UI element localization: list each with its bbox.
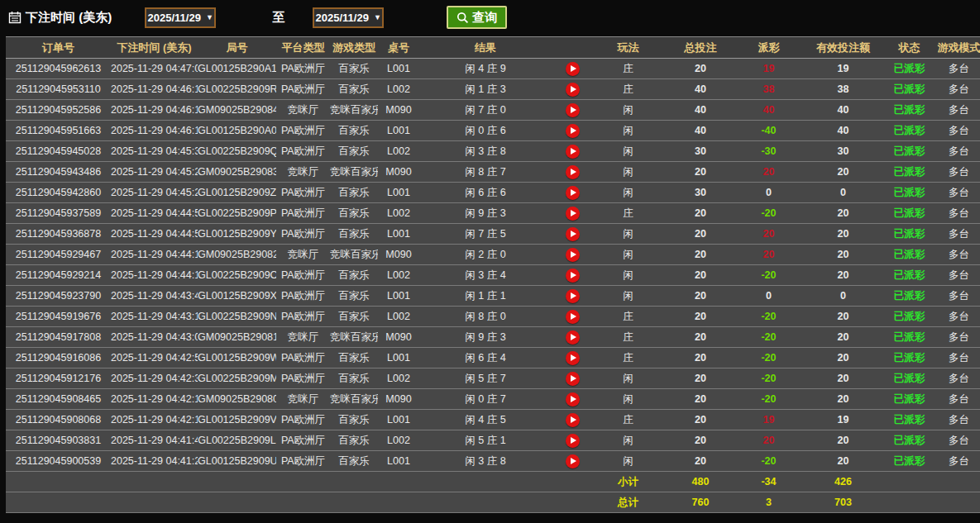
empty-cell (887, 472, 932, 492)
play-video-icon[interactable] (566, 454, 580, 468)
table-row: 2511290459084652025-11-29 04:42:12GM0902… (6, 389, 980, 410)
table-row: 2511290459428602025-11-29 04:45:22GL0012… (6, 183, 980, 203)
cell-valid: 20 (800, 162, 887, 183)
cell-order: 251129045912176 (6, 368, 111, 389)
column-header-0: 订单号 (6, 37, 111, 59)
cell-platform: PA欧洲厅 (276, 203, 330, 224)
play-video-icon[interactable] (566, 103, 580, 117)
bet-time-filter-label: 下注时间 (美东) (8, 10, 112, 26)
query-button[interactable]: 查询 (447, 6, 507, 29)
cell-round: GL00125B2909V (198, 410, 276, 430)
play-video-icon[interactable] (566, 434, 580, 448)
cell-payout: -20 (738, 348, 800, 368)
empty-cell (932, 492, 980, 513)
empty-cell (552, 472, 593, 492)
cell-result: 闲 1 庄 1 (419, 286, 552, 307)
cell-valid: 20 (800, 327, 887, 348)
cell-order: 251129045943486 (6, 162, 111, 183)
cell-table_no: L001 (378, 121, 419, 141)
cell-mode: 多台 (932, 410, 980, 430)
cell-mode: 多台 (932, 327, 980, 348)
cell-payout: -20 (738, 451, 800, 472)
subtotal-valid: 426 (800, 472, 887, 492)
play-video-icon[interactable] (566, 310, 580, 324)
cell-time: 2025-11-29 04:44:50 (111, 224, 198, 245)
table-row: 2511290459531102025-11-29 04:46:18GL0022… (6, 79, 980, 100)
cell-result: 闲 8 庄 7 (419, 162, 552, 183)
cell-time: 2025-11-29 04:45:37 (111, 141, 198, 162)
play-video-icon[interactable] (566, 207, 580, 221)
play-video-cell (552, 410, 593, 430)
play-video-icon[interactable] (566, 372, 580, 386)
cell-game: 百家乐 (330, 430, 378, 451)
cell-result: 闲 4 庄 5 (419, 410, 552, 430)
empty-cell (552, 492, 593, 513)
play-video-icon[interactable] (566, 165, 580, 179)
play-video-icon[interactable] (566, 227, 580, 241)
cell-mode: 多台 (932, 224, 980, 245)
cell-status: 已派彩 (887, 162, 932, 183)
cell-table_no: L002 (378, 265, 419, 286)
cell-round: GL00225B2909R (198, 79, 276, 100)
cell-game: 竞咪百家乐 (330, 327, 378, 348)
subtotal-payout: -34 (738, 472, 800, 492)
column-header-4: 游戏类型 (330, 37, 378, 59)
cell-order: 251129045900539 (6, 451, 111, 472)
play-video-icon[interactable] (566, 62, 580, 76)
play-video-icon[interactable] (566, 145, 580, 159)
cell-payout: -20 (738, 307, 800, 327)
table-row: 2511290459038312025-11-29 04:41:45GL0022… (6, 430, 980, 451)
cell-total: 40 (663, 100, 738, 121)
cell-table_no: M090 (378, 245, 419, 265)
play-video-icon[interactable] (566, 413, 580, 427)
cell-valid: 20 (800, 245, 887, 265)
cell-mode: 多台 (932, 162, 980, 183)
cell-result: 闲 0 庄 6 (419, 121, 552, 141)
column-header-13: 游戏模式 (932, 37, 980, 59)
empty-cell (198, 492, 276, 513)
cell-round: GL00225B2909P (198, 203, 276, 224)
cell-valid: 20 (800, 307, 887, 327)
cell-total: 20 (663, 265, 738, 286)
play-video-cell (552, 141, 593, 162)
cell-total: 30 (663, 141, 738, 162)
chevron-down-icon: ▼ (374, 13, 381, 21)
cell-order: 251129045916086 (6, 348, 111, 368)
cell-bet_type: 闲 (593, 430, 663, 451)
play-video-icon[interactable] (566, 392, 580, 407)
play-video-icon[interactable] (566, 83, 580, 97)
play-video-icon[interactable] (566, 269, 580, 283)
play-video-cell (552, 451, 593, 472)
play-video-icon[interactable] (566, 351, 580, 365)
cell-time: 2025-11-29 04:43:41 (111, 286, 198, 307)
cell-game: 百家乐 (330, 59, 378, 79)
table-header-row: 订单号下注时间 (美东)局号平台类型游戏类型桌号结果玩法总投注派彩有效投注额状态… (6, 37, 980, 59)
play-video-icon[interactable] (566, 330, 580, 345)
cell-valid: 20 (800, 348, 887, 368)
play-video-icon[interactable] (566, 289, 580, 303)
cell-table_no: L001 (378, 286, 419, 307)
cell-result: 闲 4 庄 9 (419, 59, 552, 79)
date-from-select[interactable]: 2025/11/29 ▼ (145, 7, 216, 28)
play-video-cell (552, 183, 593, 203)
cell-payout: 40 (738, 100, 800, 121)
cell-payout: -20 (738, 327, 800, 348)
cell-time: 2025-11-29 04:43:08 (111, 327, 198, 348)
empty-cell (419, 492, 552, 513)
cell-payout: 20 (738, 245, 800, 265)
cell-round: GL00125B2909Z (198, 183, 276, 203)
cell-bet_type: 闲 (593, 100, 663, 121)
subtotal-row: 小计480-34426 (6, 472, 980, 492)
cell-order: 251129045917808 (6, 327, 111, 348)
play-video-icon[interactable] (566, 186, 580, 200)
play-video-icon[interactable] (566, 248, 580, 262)
cell-table_no: L001 (378, 348, 419, 368)
date-to-select[interactable]: 2025/11/29 ▼ (313, 7, 384, 28)
play-video-cell (552, 265, 593, 286)
cell-platform: 竞咪厅 (276, 389, 330, 410)
subtotal-total: 480 (663, 472, 738, 492)
play-video-cell (552, 121, 593, 141)
cell-payout: -30 (738, 141, 800, 162)
cell-round: GM09025B29081 (198, 327, 276, 348)
play-video-icon[interactable] (566, 124, 580, 138)
